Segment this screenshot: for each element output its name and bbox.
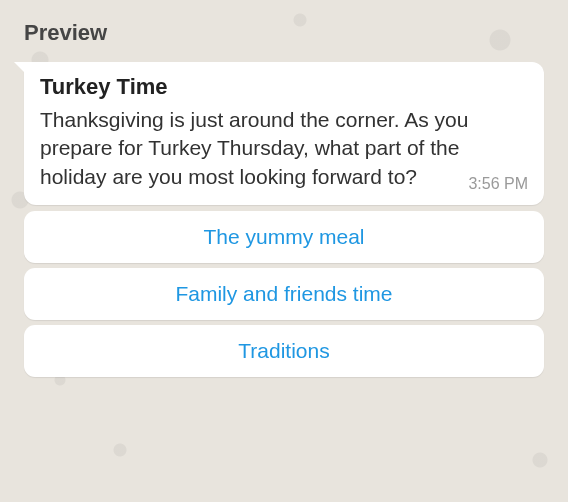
- option-button-traditions[interactable]: Traditions: [24, 325, 544, 377]
- message-container: Turkey Time Thanksgiving is just around …: [24, 62, 544, 377]
- preview-label: Preview: [24, 20, 544, 46]
- message-bubble: Turkey Time Thanksgiving is just around …: [24, 62, 544, 205]
- message-title: Turkey Time: [40, 74, 528, 100]
- option-button-yummy-meal[interactable]: The yummy meal: [24, 211, 544, 263]
- quick-reply-options: The yummy meal Family and friends time T…: [24, 211, 544, 377]
- option-button-family-friends[interactable]: Family and friends time: [24, 268, 544, 320]
